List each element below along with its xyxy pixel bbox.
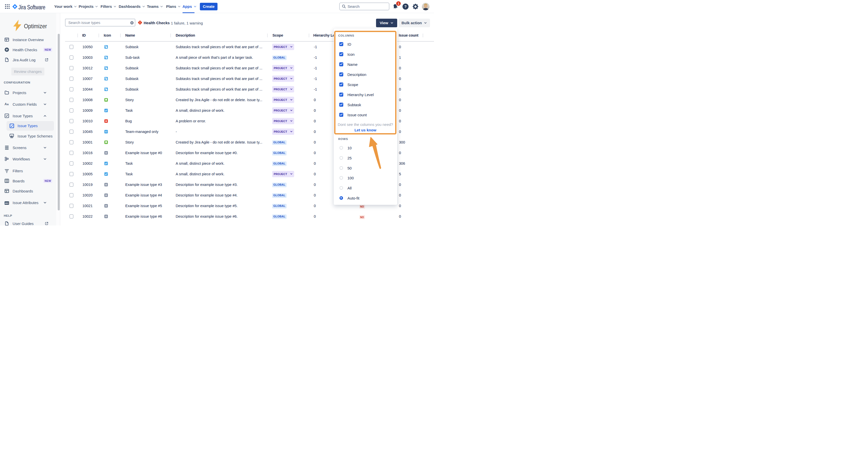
svg-text:?: ?	[404, 4, 407, 8]
